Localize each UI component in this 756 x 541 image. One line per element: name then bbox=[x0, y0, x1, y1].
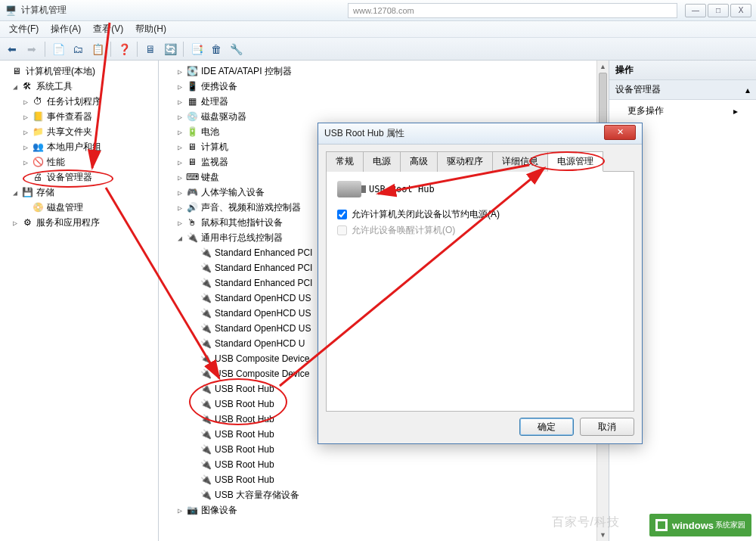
chevron-right-icon: ▸ bbox=[733, 106, 738, 117]
actions-section[interactable]: 设备管理器 ▴ bbox=[609, 80, 756, 100]
tree-label: USB Root Hub bbox=[215, 429, 274, 440]
expand-icon[interactable]: ▷ bbox=[21, 128, 30, 136]
menu-help[interactable]: 帮助(H) bbox=[129, 21, 172, 37]
actions-more[interactable]: 更多操作 ▸ bbox=[609, 100, 756, 122]
tree-storage[interactable]: ◢💾存储 bbox=[0, 185, 158, 200]
tree-device-category[interactable]: ▷💿磁盘驱动器 bbox=[159, 109, 609, 124]
usb-port-icon: 🔌 bbox=[200, 413, 212, 425]
tree-label: Standard OpenHCD US bbox=[215, 323, 311, 334]
tab-general[interactable]: 常规 bbox=[326, 151, 364, 172]
menu-view[interactable]: 查看(V) bbox=[87, 21, 129, 37]
show-hide-tree-button[interactable]: 🗂 bbox=[69, 40, 87, 58]
menu-bar: 文件(F) 操作(A) 查看(V) 帮助(H) bbox=[0, 21, 756, 38]
expand-icon[interactable]: ▷ bbox=[175, 219, 184, 227]
tree-label: USB Root Hub bbox=[215, 459, 274, 470]
checkbox-allow-off-input[interactable] bbox=[337, 210, 347, 219]
tree-device-category[interactable]: ▷▦处理器 bbox=[159, 94, 609, 109]
close-button[interactable]: X bbox=[730, 4, 751, 17]
dialog-close-button[interactable]: ✕ bbox=[604, 125, 636, 140]
uninstall-button[interactable]: 🗑 bbox=[207, 40, 225, 58]
expand-icon[interactable]: ▷ bbox=[175, 204, 184, 212]
tab-advanced[interactable]: 高级 bbox=[400, 151, 438, 172]
tree-system-tools[interactable]: ◢ 🛠 系统工具 bbox=[0, 79, 158, 94]
expand-icon[interactable]: ◢ bbox=[11, 82, 20, 91]
expand-icon[interactable]: ▷ bbox=[175, 67, 184, 76]
tree-imaging[interactable]: ▷📷图像设备 bbox=[159, 502, 609, 518]
tree-device-category[interactable]: ▷💽IDE ATA/ATAPI 控制器 bbox=[159, 64, 609, 79]
dialog-titlebar[interactable]: USB Root Hub 属性 ✕ bbox=[318, 123, 642, 145]
expand-icon[interactable]: ▷ bbox=[175, 98, 184, 106]
tree-root[interactable]: 🖥 计算机管理(本地) bbox=[0, 64, 158, 79]
tree-services-apps[interactable]: ▷⚙服务和应用程序 bbox=[0, 215, 158, 230]
tab-details[interactable]: 详细信息 bbox=[492, 151, 548, 172]
logo-brand: windows bbox=[672, 520, 714, 531]
tree-usb-device[interactable]: 🔌USB Root Hub bbox=[159, 472, 609, 487]
expand-icon[interactable]: ▷ bbox=[21, 158, 30, 166]
expand-icon[interactable]: ▷ bbox=[175, 188, 184, 197]
back-button[interactable]: ⬅ bbox=[3, 40, 21, 58]
device-category-icon: 🖱 bbox=[186, 216, 198, 229]
scan-button[interactable]: 📑 bbox=[187, 40, 206, 58]
usb-device-icon bbox=[337, 181, 361, 197]
tree-local-users[interactable]: ▷👥本地用户和组 bbox=[0, 139, 158, 154]
tree-label: USB Composite Device bbox=[215, 368, 309, 379]
help-button[interactable]: ❓ bbox=[115, 40, 133, 58]
expand-icon[interactable]: ▷ bbox=[21, 113, 30, 121]
properties-button[interactable]: 📋 bbox=[88, 40, 107, 58]
tree-usb-device[interactable]: 🔌USB Root Hub bbox=[159, 442, 609, 457]
expand-icon[interactable]: ▷ bbox=[175, 143, 184, 151]
refresh-button[interactable]: 🔄 bbox=[161, 40, 179, 58]
performance-icon: 🚫 bbox=[32, 156, 44, 168]
tab-power-mgmt[interactable]: 电源管理 bbox=[547, 151, 603, 172]
tools-icon: 🛠 bbox=[21, 80, 33, 92]
expand-icon[interactable]: ◢ bbox=[11, 188, 20, 197]
tree-device-category[interactable]: ▷📱便携设备 bbox=[159, 79, 609, 94]
address-bar[interactable]: www.12708.com bbox=[348, 3, 677, 18]
minimize-button[interactable]: — bbox=[685, 4, 706, 17]
usb-port-icon: 🔌 bbox=[200, 428, 212, 440]
usb-port-icon: 🔌 bbox=[200, 474, 212, 486]
scheduler-icon: ⏱ bbox=[32, 95, 44, 107]
expand-icon[interactable]: ▷ bbox=[21, 98, 30, 106]
scroll-up-icon[interactable]: ▲ bbox=[597, 61, 609, 73]
expand-icon[interactable]: ▷ bbox=[175, 128, 184, 136]
expand-icon[interactable]: ▷ bbox=[175, 113, 184, 121]
tree-event-viewer[interactable]: ▷📒事件查看器 bbox=[0, 109, 158, 124]
expand-icon[interactable]: ▷ bbox=[175, 82, 184, 91]
maximize-button[interactable]: □ bbox=[708, 4, 729, 17]
expand-icon[interactable]: ▷ bbox=[175, 158, 184, 166]
expand-icon[interactable]: ▷ bbox=[175, 506, 184, 515]
usb-port-icon: 🔌 bbox=[200, 292, 212, 304]
forward-button[interactable]: ➡ bbox=[23, 40, 41, 58]
tree-performance[interactable]: ▷🚫性能 bbox=[0, 154, 158, 169]
tree-shared-folders[interactable]: ▷📁共享文件夹 bbox=[0, 124, 158, 139]
tree-task-scheduler[interactable]: ▷⏱任务计划程序 bbox=[0, 94, 158, 109]
view-button[interactable]: 🖥 bbox=[141, 40, 160, 58]
tree-label: Standard OpenHCD U bbox=[215, 338, 305, 349]
usb-port-icon: 🔌 bbox=[200, 368, 212, 380]
checkbox-allow-off[interactable]: 允许计算机关闭此设备以节约电源(A) bbox=[337, 208, 623, 221]
usb-port-icon: 🔌 bbox=[200, 262, 212, 274]
ok-button[interactable]: 确定 bbox=[519, 418, 574, 436]
menu-file[interactable]: 文件(F) bbox=[3, 21, 45, 37]
tree-usb-device[interactable]: 🔌USB Root Hub bbox=[159, 457, 609, 472]
scroll-down-icon[interactable]: ▼ bbox=[597, 529, 609, 541]
expand-icon[interactable]: ▷ bbox=[175, 173, 184, 182]
tab-power[interactable]: 电源 bbox=[363, 151, 401, 172]
tree-disk-mgmt[interactable]: 📀磁盘管理 bbox=[0, 200, 158, 215]
usb-port-icon: 🔌 bbox=[200, 398, 212, 410]
expand-icon[interactable]: ▷ bbox=[11, 219, 20, 227]
cancel-button[interactable]: 取消 bbox=[580, 418, 634, 436]
expand-icon[interactable]: ◢ bbox=[175, 234, 184, 242]
tree-device-manager[interactable]: 🖨设备管理器 bbox=[0, 169, 158, 185]
up-button[interactable]: 📄 bbox=[49, 40, 67, 58]
actions-more-label: 更多操作 bbox=[627, 104, 664, 117]
tree-usb-device[interactable]: 🔌USB 大容量存储设备 bbox=[159, 487, 609, 502]
update-driver-button[interactable]: 🔧 bbox=[227, 40, 245, 58]
expand-icon[interactable]: ▷ bbox=[21, 143, 30, 151]
tree-label: 人体学输入设备 bbox=[201, 186, 265, 199]
chevron-up-icon: ▴ bbox=[745, 85, 750, 95]
tree-label: IDE ATA/ATAPI 控制器 bbox=[201, 65, 292, 78]
menu-action[interactable]: 操作(A) bbox=[45, 21, 87, 37]
tab-driver[interactable]: 驱动程序 bbox=[437, 151, 493, 172]
